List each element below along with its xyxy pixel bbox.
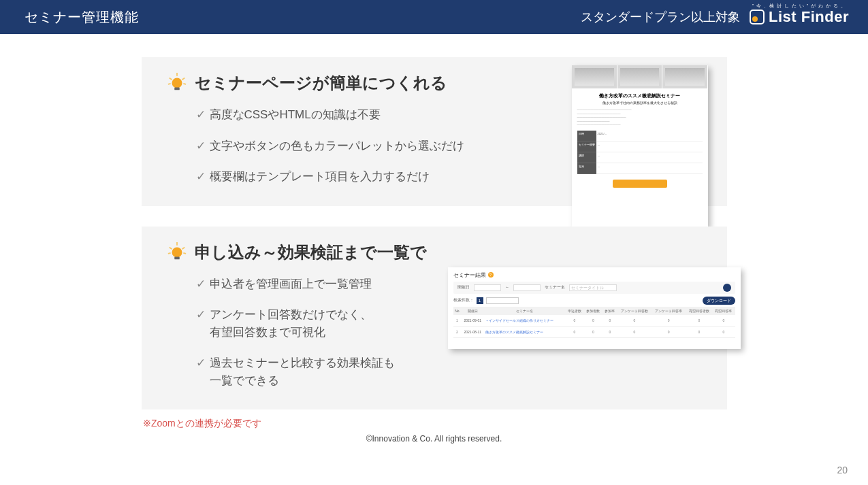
- copyright: ©Innovation & Co. All rights reserved.: [0, 434, 868, 444]
- check-icon: ✓: [196, 306, 206, 324]
- svg-line-10: [169, 247, 172, 249]
- section-seminar-page: セミナーページが簡単につくれる ✓高度なCSSやHTMLの知識は不要 ✓文字やボ…: [142, 57, 727, 206]
- zoom-footnote: ※Zoomとの連携が必要です: [143, 418, 868, 430]
- mock2-date-to: [513, 284, 541, 291]
- per-page-select: [486, 297, 519, 304]
- mock2-date-from: [474, 284, 501, 291]
- section2-checklist: ✓申込者を管理画面上で一覧管理 ✓アンケート回答数だけでなく、 有望回答数まで可…: [196, 275, 441, 390]
- lightbulb-icon: [166, 241, 188, 263]
- product-logo: " 今 、検 討 し た い " が わ か る 。 List Finder: [750, 8, 849, 26]
- search-icon: [723, 284, 731, 292]
- check-icon: ✓: [196, 354, 206, 372]
- mock1-subtitle: 働き方改革で社内の業務効率を最大化させる秘訣: [575, 101, 705, 105]
- seminar-results-preview: セミナー結果? 開催日 ～ セミナー名 セミナータイトル 検索件数： 1 表示件…: [448, 267, 741, 349]
- svg-line-3: [169, 78, 172, 80]
- logo-text: List Finder: [769, 8, 849, 26]
- section2-heading: 申し込み～効果検証まで一覧で: [166, 241, 703, 263]
- plan-badge: スタンダードプラン以上対象: [581, 9, 740, 25]
- logo-mark-icon: [750, 10, 765, 24]
- section1-heading-text: セミナーページが簡単につくれる: [195, 72, 447, 94]
- lightbulb-icon: [166, 72, 188, 94]
- help-icon: ?: [488, 272, 494, 278]
- mock2-table: No開催日セミナー名申込者数参加者数参加率アンケート回答数アンケート回答率有望回…: [453, 307, 735, 338]
- slide-page-number: 20: [837, 465, 848, 475]
- check-item: ✓過去セミナーと比較する効果検証も 一覧でできる: [196, 354, 441, 389]
- mock2-filter-bar: 開催日 ～ セミナー名 セミナータイトル: [453, 282, 735, 294]
- mock1-title: 働き方改革のススメ徹底解説セミナー: [575, 93, 705, 99]
- svg-line-4: [182, 78, 184, 80]
- svg-line-12: [167, 252, 170, 253]
- section-results: 申し込み～効果検証まで一覧で ✓申込者を管理画面上で一覧管理 ✓アンケート回答数…: [142, 227, 727, 410]
- svg-line-5: [167, 84, 170, 84]
- svg-point-0: [172, 78, 182, 88]
- svg-point-7: [172, 247, 182, 257]
- header-bar: セミナー管理機能 スタンダードプラン以上対象 " 今 、検 討 し た い " …: [0, 0, 868, 34]
- svg-rect-1: [174, 88, 180, 90]
- svg-line-6: [183, 84, 186, 84]
- page-number-badge: 1: [477, 297, 483, 304]
- check-icon: ✓: [196, 275, 206, 293]
- svg-rect-8: [174, 256, 180, 259]
- section2-heading-text: 申し込み～効果検証まで一覧で: [195, 241, 427, 263]
- check-icon: ✓: [196, 106, 206, 124]
- check-item: ✓申込者を管理画面上で一覧管理: [196, 275, 441, 293]
- mock2-name-input: セミナータイトル: [569, 284, 617, 291]
- seminar-page-preview: 働き方改革のススメ徹底解説セミナー 働き方改革で社内の業務効率を最大化させる秘訣…: [572, 65, 708, 227]
- svg-line-13: [183, 252, 186, 253]
- check-item: ✓アンケート回答数だけでなく、 有望回答数まで可視化: [196, 306, 441, 341]
- check-icon: ✓: [196, 137, 206, 155]
- svg-line-11: [182, 247, 184, 249]
- logo-tagline: " 今 、検 討 し た い " が わ か る 。: [752, 3, 846, 10]
- page-title: セミナー管理機能: [25, 8, 139, 27]
- mock1-cta-button: [613, 180, 667, 188]
- download-button: ダウンロード: [703, 297, 735, 305]
- check-icon: ✓: [196, 168, 206, 186]
